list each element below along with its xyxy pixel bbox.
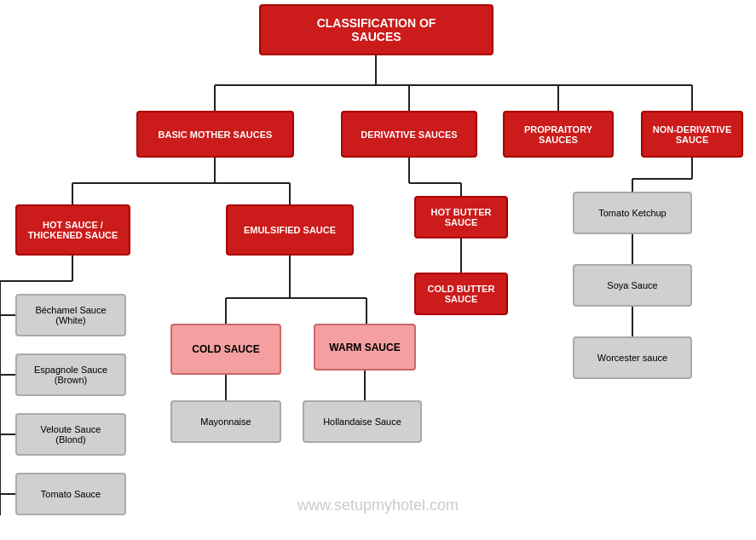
cold-butter-sauce-node: COLD BUTTERSAUCE [414, 273, 508, 315]
veloute-sauce-node: Veloute Sauce(Blond) [15, 413, 126, 456]
tomato-sauce-node: Tomato Sauce [15, 473, 126, 515]
emulsified-sauce-node: EMULSIFIED SAUCE [226, 204, 354, 256]
espagnole-sauce-node: Espagnole Sauce(Brown) [15, 353, 126, 396]
watermark: www.setupmyhotel.com [297, 497, 459, 514]
warm-sauce-node: WARM SAUCE [314, 324, 416, 371]
basic-mother-sauces-node: BASIC MOTHER SAUCES [136, 111, 294, 158]
hollandaise-sauce-node: Hollandaise Sauce [303, 400, 422, 443]
bechamel-sauce-node: Béchamel Sauce(White) [15, 294, 126, 336]
tomato-ketchup-node: Tomato Ketchup [573, 192, 692, 234]
propratory-sauces-node: PROPRAITORYSAUCES [503, 111, 614, 158]
non-derivative-sauce-node: NON-DERIVATIVESAUCE [641, 111, 743, 158]
cold-sauce-node: COLD SAUCE [170, 324, 281, 375]
hot-sauce-node: HOT SAUCE /THICKENED SAUCE [15, 204, 130, 256]
root-node: CLASSIFICATION OFSAUCES [259, 4, 493, 55]
worcester-sauce-node: Worcester sauce [573, 336, 692, 379]
hot-butter-sauce-node: HOT BUTTERSAUCE [414, 196, 508, 238]
derivative-sauces-node: DERIVATIVE SAUCES [341, 111, 477, 158]
mayonnaise-node: Mayonnaise [170, 400, 281, 443]
soya-sauce-node: Soya Sauce [573, 264, 692, 307]
diagram: CLASSIFICATION OFSAUCES BASIC MOTHER SAU… [0, 0, 756, 540]
